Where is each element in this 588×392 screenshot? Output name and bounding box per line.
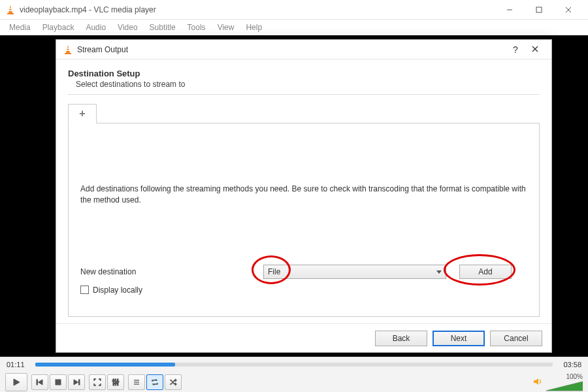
stop-button[interactable] — [50, 374, 67, 390]
destination-select[interactable]: File — [263, 265, 446, 279]
svg-rect-3 — [9, 10, 12, 11]
close-button[interactable] — [553, 0, 583, 20]
svg-rect-1 — [7, 13, 14, 14]
seek-row: 01:11 03:58 — [0, 357, 588, 372]
dialog-help-button[interactable]: ? — [506, 44, 525, 55]
menu-audio[interactable]: Audio — [80, 21, 111, 34]
extended-settings-button[interactable] — [107, 374, 124, 390]
svg-rect-23 — [112, 380, 115, 382]
svg-rect-11 — [67, 50, 70, 51]
menu-subtitle[interactable]: Subtitle — [144, 21, 181, 34]
dialog-titlebar[interactable]: Stream Output ? — [56, 40, 551, 59]
seek-fill — [35, 363, 175, 367]
volume-slider[interactable] — [546, 380, 583, 392]
next-button-label: Next — [451, 334, 467, 343]
svg-marker-16 — [39, 380, 43, 385]
playlist-group — [128, 374, 182, 390]
dialog-title: Stream Output — [77, 45, 506, 54]
shuffle-button[interactable] — [165, 374, 182, 390]
svg-rect-15 — [37, 380, 38, 385]
svg-rect-17 — [56, 380, 61, 385]
svg-rect-10 — [67, 48, 69, 49]
total-time[interactable]: 03:58 — [558, 361, 581, 368]
destination-select-value: File — [268, 267, 280, 276]
menu-media[interactable]: Media — [4, 21, 36, 34]
divider — [68, 94, 540, 95]
window-title: videoplayback.mp4 - VLC media player — [20, 5, 495, 14]
dialog-body: Destination Setup Select destinations to… — [56, 59, 551, 323]
menubar: Media Playback Audio Video Subtitle Tool… — [0, 20, 588, 35]
svg-rect-5 — [536, 7, 542, 12]
svg-rect-19 — [79, 380, 80, 385]
menu-tools[interactable]: Tools — [182, 21, 211, 34]
svg-marker-8 — [66, 45, 70, 53]
stream-output-dialog: Stream Output ? Destination Setup Select… — [56, 39, 552, 353]
back-button[interactable]: Back — [375, 331, 427, 346]
volume-percent: 100% — [566, 373, 583, 380]
svg-rect-25 — [117, 382, 120, 383]
cancel-button[interactable]: Cancel — [490, 331, 542, 346]
svg-marker-14 — [14, 379, 20, 385]
destination-tabstrip: + — [68, 104, 540, 123]
fullscreen-button[interactable] — [89, 374, 106, 390]
display-locally-label: Display locally — [93, 286, 142, 295]
volume-control: 100% — [533, 373, 583, 392]
vlc-cone-icon — [5, 5, 16, 15]
add-tab-button[interactable]: + — [68, 104, 97, 123]
svg-marker-18 — [74, 380, 78, 385]
menu-help[interactable]: Help — [240, 21, 267, 34]
playlist-button[interactable] — [128, 374, 145, 390]
new-destination-row: New destination File Add — [80, 265, 527, 279]
cancel-button-label: Cancel — [504, 334, 528, 343]
player-controls: 01:11 03:58 100% — [0, 357, 588, 392]
seek-slider[interactable] — [35, 363, 553, 367]
svg-rect-24 — [114, 383, 117, 384]
new-destination-label: New destination — [80, 267, 257, 276]
minimize-button[interactable] — [495, 0, 524, 20]
prev-button[interactable] — [31, 374, 48, 390]
svg-rect-2 — [9, 8, 12, 9]
add-button[interactable]: Add — [459, 265, 512, 279]
maximize-button[interactable] — [524, 0, 553, 20]
section-subtitle: Select destinations to stream to — [76, 80, 540, 89]
tab-content: Add destinations following the streaming… — [68, 123, 540, 317]
svg-marker-0 — [8, 5, 12, 13]
svg-rect-21 — [115, 379, 116, 385]
vlc-cone-icon — [63, 44, 73, 55]
display-locally-checkbox[interactable] — [80, 286, 89, 294]
svg-rect-9 — [65, 53, 71, 54]
main-titlebar: videoplayback.mp4 - VLC media player — [0, 0, 588, 20]
loop-button[interactable] — [146, 374, 163, 390]
add-button-label: Add — [478, 267, 492, 276]
menu-playback[interactable]: Playback — [37, 21, 80, 34]
next-button[interactable] — [68, 374, 85, 390]
elapsed-time[interactable]: 01:11 — [7, 361, 30, 368]
section-title: Destination Setup — [68, 69, 540, 78]
plus-icon: + — [79, 108, 85, 120]
menu-video[interactable]: Video — [112, 21, 142, 34]
play-button[interactable] — [5, 373, 27, 391]
svg-marker-29 — [534, 378, 538, 385]
back-button-label: Back — [393, 334, 410, 343]
next-button[interactable]: Next — [433, 331, 485, 346]
display-locally-row: Display locally — [80, 286, 527, 295]
dialog-close-button[interactable] — [525, 45, 545, 54]
control-row: 100% — [0, 372, 588, 392]
dialog-footer: Back Next Cancel — [56, 323, 551, 352]
skip-group — [31, 374, 85, 390]
instruction-text: Add destinations following the streaming… — [80, 184, 527, 206]
view-group — [89, 374, 124, 390]
speaker-icon[interactable] — [533, 377, 542, 388]
menu-view[interactable]: View — [212, 21, 240, 34]
window-controls — [495, 0, 583, 20]
